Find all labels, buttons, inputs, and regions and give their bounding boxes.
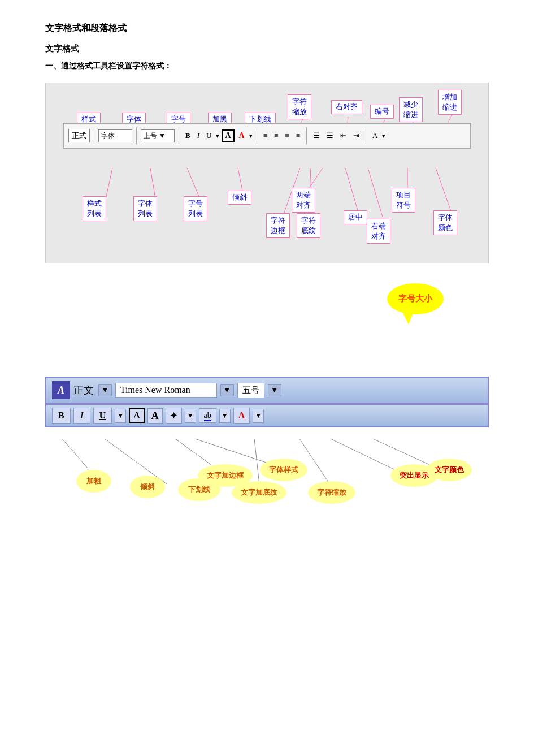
- tb-u-arrow: ▾: [216, 132, 219, 140]
- tb3-ab-box[interactable]: ab: [199, 408, 216, 423]
- tb-decrease-indent[interactable]: ⇤: [338, 130, 349, 141]
- tb3-a-red-arrow[interactable]: ▼: [253, 409, 264, 423]
- tb-underline-btn[interactable]: U: [204, 130, 214, 141]
- page-title: 文字格式和段落格式: [45, 23, 489, 34]
- tb3-ab-arrow[interactable]: ▼: [219, 409, 231, 423]
- tb-increase-indent[interactable]: ⇥: [351, 130, 362, 141]
- tb3-u-arrow[interactable]: ▼: [115, 409, 126, 423]
- tb-bold-btn[interactable]: B: [183, 130, 193, 141]
- annot-bold: 加粗: [76, 470, 111, 493]
- tb-italic-btn[interactable]: I: [195, 130, 202, 141]
- tb-fc-arrow: ▾: [382, 132, 385, 140]
- label-increase-indent: 增加缩进: [438, 90, 462, 115]
- tb2-dropdown2[interactable]: ▼: [220, 384, 234, 396]
- tb2-font-size[interactable]: 五号: [237, 383, 264, 398]
- svg-line-18: [345, 168, 359, 216]
- sub-title: 一、通过格式工具栏设置字符格式：: [45, 61, 489, 71]
- label-bullet: 项目符号: [392, 188, 415, 213]
- tb-bullet-list[interactable]: ☰: [324, 130, 336, 141]
- annot-text-shade: 文字加底纹: [232, 481, 286, 504]
- tb-font[interactable]: 字体: [98, 129, 132, 142]
- tb3-star-btn[interactable]: ✦: [166, 408, 182, 424]
- tb-align-left[interactable]: ≡: [261, 130, 270, 141]
- tb-num-list[interactable]: ☰: [311, 130, 322, 141]
- tb-a-border: A: [222, 129, 234, 142]
- tb3-a-bordered[interactable]: A: [129, 408, 145, 423]
- svg-line-20: [436, 168, 453, 216]
- label-font-color: 字体颜色: [433, 210, 457, 235]
- label-right-align2: 右端对齐: [367, 219, 390, 244]
- tb2-style-text[interactable]: 正文: [73, 383, 94, 397]
- label-center: 居中: [344, 210, 367, 224]
- label-font-list: 字体列表: [133, 196, 157, 221]
- toolbar2: A 正文 ▼ Times New Roman ▼ 五号 ▼: [45, 377, 489, 404]
- tb3-italic-btn[interactable]: I: [73, 408, 90, 424]
- annot-italic: 倾斜: [130, 476, 165, 498]
- label-char-scale: 字符缩放: [288, 94, 311, 119]
- section2-area: 字号大小 A 正文 ▼ Times New Roman ▼ 五号 ▼ B I U…: [45, 280, 489, 580]
- label-style-list: 样式列表: [83, 196, 106, 221]
- tb3-a-big[interactable]: A: [147, 408, 163, 424]
- label-both-align: 两端对齐: [292, 188, 315, 213]
- label-right-align: 右对齐: [331, 100, 362, 114]
- svg-line-19: [368, 168, 385, 224]
- label-size-list: 字号列表: [184, 196, 207, 221]
- label-char-shade: 字符底纹: [297, 213, 320, 238]
- tb-font-color-btn[interactable]: A: [370, 130, 380, 141]
- label-numbering: 编号: [370, 105, 394, 119]
- tb-align-center[interactable]: ≡: [272, 130, 280, 141]
- tb3-A-red[interactable]: A: [233, 408, 250, 424]
- label-char-border: 字符边框: [266, 213, 290, 238]
- bubble-font-size: 字号大小: [387, 283, 444, 314]
- tb-a-arrow: ▾: [249, 132, 253, 140]
- label-decrease-indent: 减少缩进: [399, 97, 423, 122]
- tb-style[interactable]: 正式: [68, 129, 90, 142]
- annot-char-scale: 字符缩放: [308, 481, 355, 504]
- tb3-star-arrow[interactable]: ▼: [185, 409, 196, 423]
- annot-font-style: 字体样式: [260, 459, 307, 481]
- tb-align-justify[interactable]: ≡: [294, 130, 302, 141]
- tb2-dropdown3[interactable]: ▼: [268, 384, 281, 396]
- toolbar3: B I U ▼ A A ✦ ▼ ab ▼ A ▼: [45, 404, 489, 427]
- tb2-dropdown1[interactable]: ▼: [98, 384, 112, 396]
- tb-size[interactable]: 上号 ▼: [141, 129, 175, 142]
- tb2-font-name[interactable]: Times New Roman: [115, 383, 217, 398]
- tb3-underline-btn[interactable]: U: [93, 408, 112, 424]
- annot-font-color: 文字颜色: [427, 459, 472, 481]
- toolbar-diagram-area: 样式 字体 字号 加黑 下划线 字符缩放 右对齐 编号 减少缩进 增加缩进 正式…: [45, 83, 489, 263]
- section-title: 文字格式: [45, 44, 489, 54]
- tb-a-color: A: [237, 131, 247, 141]
- toolbars-group: A 正文 ▼ Times New Roman ▼ 五号 ▼ B I U ▼ A …: [45, 377, 489, 512]
- tb3-bold-btn[interactable]: B: [52, 408, 71, 424]
- tb2-style-icon: A: [52, 381, 70, 399]
- tb-align-right[interactable]: ≡: [283, 130, 291, 141]
- label-italic: 倾斜: [228, 191, 251, 205]
- toolbar1-mock: 正式 字体 上号 ▼ B I U ▾ A A ▾ ≡ ≡ ≡ ≡ ☰ ☰ ⇤ ⇥…: [63, 123, 471, 149]
